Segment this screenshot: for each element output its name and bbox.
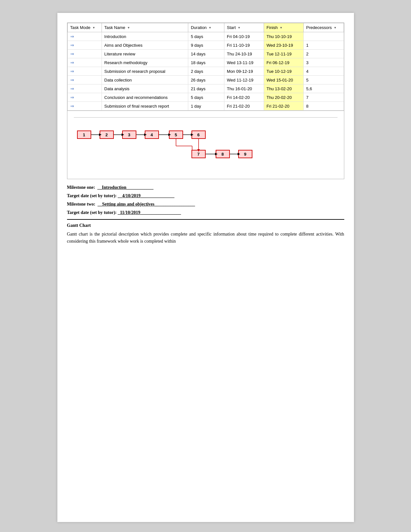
task-name-dropdown-icon[interactable]: ▼ <box>127 26 130 29</box>
finish-cell: Tue 10-12-19 <box>264 67 303 76</box>
finish-cell: Fri 21-02-20 <box>264 102 303 111</box>
task-name-cell: Conclusion and recommendations <box>102 93 188 102</box>
predecessors-cell: 4 <box>303 67 344 76</box>
duration-dropdown-icon[interactable]: ▼ <box>209 26 211 29</box>
task-name-cell: Data collection <box>102 76 188 84</box>
task-mode-cell: ⇒ <box>67 58 102 67</box>
duration-cell: 21 days <box>188 84 224 93</box>
task-name-cell: Submission of research proposal <box>102 67 188 76</box>
task-mode-icon: ⇒ <box>70 103 74 109</box>
task-mode-icon: ⇒ <box>70 34 74 39</box>
duration-cell: 18 days <box>188 58 224 67</box>
milestone-two-date: Target date (set by tutor): _11/10/2019_… <box>67 210 344 215</box>
predecessors-cell: 1 <box>303 41 344 50</box>
finish-cell: Fri 06-12-19 <box>264 58 303 67</box>
task-name-cell: Research methodology <box>102 58 188 67</box>
task-mode-icon: ⇒ <box>70 69 74 74</box>
task-name-cell: Literature review <box>102 50 188 58</box>
start-cell: Thu 24-10-19 <box>224 50 264 58</box>
milestone-one-label: Milestone one: __Introduction___________… <box>67 185 344 190</box>
gantt-section: Gantt Chart Gantt chart is the pictorial… <box>67 219 344 245</box>
finish-cell: Wed 15-01-20 <box>264 76 303 84</box>
predecessors-cell <box>303 32 344 41</box>
col-header-predecessors[interactable]: Predecessors ▼ <box>303 23 344 32</box>
table-row: ⇒Submission of final research report1 da… <box>67 102 344 111</box>
duration-cell: 14 days <box>188 50 224 58</box>
node-3: 3 <box>122 131 136 139</box>
table-row: ⇒Research methodology18 daysWed 13-11-19… <box>67 58 344 67</box>
task-name-cell: Aims and Objectives <box>102 41 188 50</box>
start-dropdown-icon[interactable]: ▼ <box>238 26 240 29</box>
table-row: ⇒Data analysis21 daysThu 16-01-20Thu 13-… <box>67 84 344 93</box>
start-cell: Fri 14-02-20 <box>224 93 264 102</box>
gantt-title: Gantt Chart <box>67 223 344 228</box>
finish-cell: Thu 13-02-20 <box>264 84 303 93</box>
finish-cell: Thu 10-10-19 <box>264 32 303 41</box>
gantt-description: Gantt chart is the pictorial description… <box>67 231 344 245</box>
task-mode-cell: ⇒ <box>67 32 102 41</box>
start-cell: Fri 21-02-20 <box>224 102 264 111</box>
finish-cell: Thu 20-02-20 <box>264 93 303 102</box>
start-cell: Fri 04-10-19 <box>224 32 264 41</box>
project-table-container: Task Mode ▼ Task Name ▼ Duration ▼ <box>67 23 344 111</box>
node-5: 5 <box>169 131 183 139</box>
predecessors-cell: 8 <box>303 102 344 111</box>
task-name-cell: Data analysis <box>102 84 188 93</box>
duration-cell: 1 day <box>188 102 224 111</box>
predecessors-cell: 5 <box>303 76 344 84</box>
node-6: 6 <box>191 131 206 139</box>
network-diagram: 1 2 3 4 5 6 7 8 9 <box>77 124 338 169</box>
task-mode-cell: ⇒ <box>67 84 102 93</box>
finish-dropdown-icon[interactable]: ▼ <box>280 26 283 29</box>
start-cell: Mon 09-12-19 <box>224 67 264 76</box>
task-mode-cell: ⇒ <box>67 50 102 58</box>
start-cell: Wed 13-11-19 <box>224 58 264 67</box>
duration-cell: 5 days <box>188 32 224 41</box>
finish-cell: Tue 12-11-19 <box>264 50 303 58</box>
table-row: ⇒Introduction5 daysFri 04-10-19Thu 10-10… <box>67 32 344 41</box>
col-header-duration[interactable]: Duration ▼ <box>188 23 224 32</box>
predecessors-cell: 7 <box>303 93 344 102</box>
task-mode-icon: ⇒ <box>70 95 74 100</box>
network-divider <box>74 117 338 118</box>
finish-cell: Wed 23-10-19 <box>264 41 303 50</box>
col-header-task-mode[interactable]: Task Mode ▼ <box>67 23 102 32</box>
col-header-task-name[interactable]: Task Name ▼ <box>102 23 188 32</box>
col-header-finish[interactable]: Finish ▼ <box>264 23 303 32</box>
predecessors-cell: 5,6 <box>303 84 344 93</box>
task-name-cell: Submission of final research report <box>102 102 188 111</box>
milestone-one-date: Target date (set by tutor): __4/10/2019_… <box>67 193 344 198</box>
duration-cell: 9 days <box>188 41 224 50</box>
task-mode-icon: ⇒ <box>70 51 74 56</box>
predecessors-cell: 2 <box>303 50 344 58</box>
task-mode-cell: ⇒ <box>67 102 102 111</box>
milestone-section: Milestone one: __Introduction___________… <box>67 179 344 215</box>
task-mode-dropdown-icon[interactable]: ▼ <box>92 26 95 29</box>
predecessors-cell: 3 <box>303 58 344 67</box>
node-2: 2 <box>100 131 114 139</box>
predecessors-dropdown-icon[interactable]: ▼ <box>334 26 337 29</box>
duration-cell: 2 days <box>188 67 224 76</box>
node-9: 9 <box>238 150 252 158</box>
col-header-start[interactable]: Start ▼ <box>224 23 264 32</box>
node-1: 1 <box>77 131 91 139</box>
task-mode-icon: ⇒ <box>70 86 74 91</box>
task-name-cell: Introduction <box>102 32 188 41</box>
task-mode-cell: ⇒ <box>67 67 102 76</box>
network-diagram-section: 1 2 3 4 5 6 7 8 9 <box>67 111 344 179</box>
task-mode-icon: ⇒ <box>70 60 74 65</box>
milestone-two-label: Milestone two: __Setting aims and object… <box>67 202 344 207</box>
table-row: ⇒Conclusion and recommendations5 daysFri… <box>67 93 344 102</box>
duration-cell: 5 days <box>188 93 224 102</box>
table-row: ⇒Literature review14 daysThu 24-10-19Tue… <box>67 50 344 58</box>
task-mode-icon: ⇒ <box>70 77 74 82</box>
task-mode-cell: ⇒ <box>67 41 102 50</box>
node-4: 4 <box>145 131 159 139</box>
duration-cell: 26 days <box>188 76 224 84</box>
node-8: 8 <box>216 150 230 158</box>
task-mode-icon: ⇒ <box>70 43 74 48</box>
table-row: ⇒Aims and Objectives9 daysFri 11-10-19We… <box>67 41 344 50</box>
project-table: Task Mode ▼ Task Name ▼ Duration ▼ <box>67 23 344 111</box>
start-cell: Wed 11-12-19 <box>224 76 264 84</box>
task-mode-cell: ⇒ <box>67 76 102 84</box>
